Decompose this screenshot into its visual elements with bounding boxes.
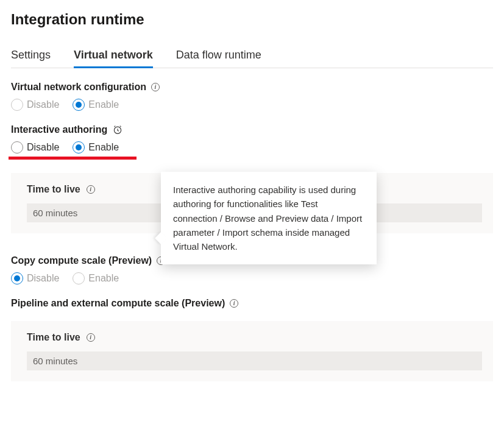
pipeline-compute-scale-label: Pipeline and external compute scale (Pre… [11, 298, 493, 309]
info-icon[interactable]: i [230, 299, 238, 308]
tab-settings[interactable]: Settings [11, 45, 51, 68]
vnet-config-radio-group: Disable Enable [11, 99, 493, 111]
interactive-authoring-tooltip: Interactive authoring capability is used… [161, 172, 377, 264]
info-icon[interactable]: i [87, 185, 95, 194]
copy-compute-scale-label-text: Copy compute scale (Preview) [11, 255, 152, 266]
copy-scale-enable-label: Enable [88, 273, 119, 284]
vnet-disable-label: Disable [27, 99, 59, 110]
copy-scale-enable-radio[interactable]: Enable [73, 272, 119, 284]
alarm-clock-icon [112, 124, 123, 135]
pipeline-compute-scale-label-text: Pipeline and external compute scale (Pre… [11, 298, 225, 309]
vnet-config-label-text: Virtual network configuration [11, 82, 146, 93]
pipeline-time-to-live-value[interactable]: 60 minutes [27, 351, 482, 370]
vnet-enable-label: Enable [88, 99, 119, 110]
tab-bar: Settings Virtual network Data flow runti… [11, 45, 493, 68]
pipeline-time-to-live-label: Time to live [27, 332, 80, 343]
vnet-config-label: Virtual network configuration i [11, 82, 493, 93]
interactive-disable-label: Disable [27, 142, 59, 153]
vnet-enable-radio[interactable]: Enable [73, 99, 119, 111]
interactive-authoring-label-text: Interactive authoring [11, 124, 107, 135]
tab-data-flow-runtime[interactable]: Data flow runtime [176, 45, 261, 68]
interactive-authoring-radio-group: Disable Enable [11, 141, 493, 154]
info-icon[interactable]: i [87, 333, 95, 342]
vnet-disable-radio[interactable]: Disable [11, 99, 59, 111]
copy-scale-disable-label: Disable [27, 273, 59, 284]
time-to-live-label: Time to live [27, 184, 80, 195]
pipeline-time-to-live-card: Time to live i 60 minutes [11, 321, 493, 381]
page-title: Integration runtime [11, 11, 493, 28]
copy-scale-disable-radio[interactable]: Disable [11, 272, 59, 284]
highlight-underline [9, 157, 137, 160]
interactive-enable-label: Enable [88, 142, 119, 153]
interactive-authoring-label: Interactive authoring [11, 124, 493, 135]
interactive-disable-radio[interactable]: Disable [11, 141, 59, 154]
interactive-enable-radio[interactable]: Enable [73, 141, 119, 154]
tab-virtual-network[interactable]: Virtual network [74, 45, 153, 68]
copy-compute-scale-radio-group: Disable Enable [11, 272, 493, 284]
info-icon[interactable]: i [151, 83, 160, 91]
